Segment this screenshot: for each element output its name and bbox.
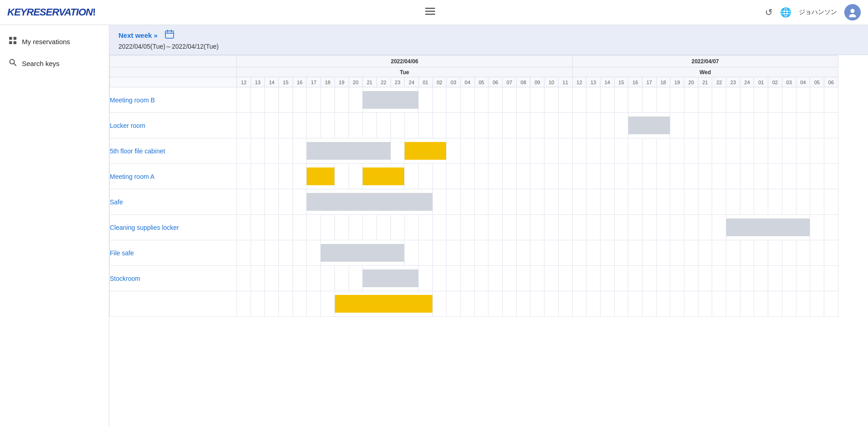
time-cell-5th-floor-file-cabinet-2 [265, 138, 279, 164]
time-cell-stockroom-17 [474, 266, 488, 291]
time-cell-5th-floor-file-cabinet-0 [237, 138, 251, 164]
time-cell-5th-floor-file-cabinet-21 [530, 138, 544, 164]
time-cell-locker-room-16 [461, 113, 475, 138]
time-cell-locker-room-33 [698, 113, 712, 138]
hour-14b: 14 [600, 77, 614, 87]
time-cell-meeting-room-b-24 [572, 87, 586, 113]
table-row: Meeting room A [110, 164, 838, 189]
time-cell-locker-room-39 [782, 113, 796, 138]
time-cell-locker-room-42 [824, 113, 838, 138]
time-cell-file-safe-40 [796, 240, 810, 266]
hour-15a: 15 [279, 77, 293, 87]
time-cell-row9-1 [251, 291, 265, 317]
username-label: ジョハンソン [799, 8, 837, 16]
svg-rect-8 [14, 41, 17, 45]
time-cell-meeting-room-a-19 [503, 164, 517, 189]
hour-03b: 03 [782, 77, 796, 87]
time-cell-stockroom-39 [782, 266, 796, 291]
time-cell-stockroom-22 [544, 266, 559, 291]
time-cell-meeting-room-a-9 [363, 164, 405, 189]
time-cell-file-safe-29 [642, 240, 656, 266]
room-label-cleaning-supplies-locker[interactable]: Cleaning supplies locker [110, 215, 237, 240]
time-cell-meeting-room-b-21 [530, 87, 544, 113]
svg-rect-7 [9, 41, 12, 45]
time-cell-locker-room-27 [614, 113, 628, 138]
room-label-stockroom[interactable]: Stockroom [110, 266, 237, 291]
menu-icon[interactable] [425, 6, 435, 19]
room-label-file-safe[interactable]: File safe [110, 240, 237, 266]
time-cell-meeting-room-b-40 [796, 87, 810, 113]
time-cell-stockroom-2 [265, 266, 279, 291]
time-cell-meeting-room-a-31 [670, 164, 684, 189]
room-label-meeting-room-b[interactable]: Meeting room B [110, 87, 237, 113]
time-cell-5th-floor-file-cabinet-23 [558, 138, 572, 164]
time-cell-5th-floor-file-cabinet-16 [461, 138, 475, 164]
time-cell-file-safe-27 [614, 240, 628, 266]
grid-icon [9, 37, 16, 46]
next-week-button[interactable]: Next week » [118, 31, 158, 39]
calendar-icon-button[interactable] [165, 30, 174, 41]
time-cell-stockroom-0 [237, 266, 251, 291]
time-cell-row9-14 [432, 291, 447, 317]
time-cell-stockroom-5 [307, 266, 321, 291]
time-cell-cleaning-supplies-locker-27 [614, 215, 628, 240]
time-cell-row9-26 [600, 291, 614, 317]
hour-23b: 23 [726, 77, 740, 87]
time-cell-locker-room-23 [558, 113, 572, 138]
time-cell-5th-floor-file-cabinet-42 [824, 138, 838, 164]
table-row: Safe [110, 189, 838, 215]
time-cell-5th-floor-file-cabinet-3 [279, 138, 293, 164]
time-cell-stockroom-7 [334, 266, 349, 291]
time-cell-row9-33 [698, 291, 712, 317]
time-cell-safe-25 [586, 189, 601, 215]
time-cell-safe-17 [474, 189, 488, 215]
hour-05b: 05 [810, 77, 824, 87]
hour-04a: 04 [461, 77, 475, 87]
time-cell-row9-19 [503, 291, 517, 317]
sidebar-item-search-keys[interactable]: Search keys [0, 52, 109, 74]
time-cell-cleaning-supplies-locker-22 [544, 215, 559, 240]
avatar[interactable] [844, 4, 861, 20]
room-label-row9[interactable] [110, 291, 237, 317]
time-cell-meeting-room-a-41 [810, 164, 824, 189]
time-cell-meeting-room-a-35 [726, 164, 740, 189]
hour-09a: 09 [530, 77, 544, 87]
time-cell-row9-36 [740, 291, 754, 317]
hour-19a: 19 [334, 77, 349, 87]
time-cell-row9-22 [544, 291, 559, 317]
time-cell-meeting-room-a-20 [516, 164, 530, 189]
hour-15b: 15 [614, 77, 628, 87]
table-row: Cleaning supplies locker [110, 215, 838, 240]
room-label-safe[interactable]: Safe [110, 189, 237, 215]
room-label-locker-room[interactable]: Locker room [110, 113, 237, 138]
table-row: Locker room [110, 113, 838, 138]
calendar-header-bar: Next week » 2022/04/05(Tue)～2022/04/12(T… [109, 25, 868, 55]
globe-button[interactable]: 🌐 [780, 7, 791, 18]
next-week-arrow: » [154, 31, 157, 39]
time-cell-meeting-room-b-35 [726, 87, 740, 113]
hamburger-icon [425, 6, 435, 16]
calendar-grid-area[interactable]: 2022/04/06 2022/04/07 Tue Wed 12 13 [109, 55, 868, 426]
time-cell-cleaning-supplies-locker-21 [530, 215, 544, 240]
time-cell-file-safe-15 [447, 240, 461, 266]
hour-24b: 24 [740, 77, 754, 87]
time-cell-5th-floor-file-cabinet-39 [782, 138, 796, 164]
day-wed: Wed [572, 67, 838, 77]
time-cell-stockroom-3 [279, 266, 293, 291]
room-label-meeting-room-a[interactable]: Meeting room A [110, 164, 237, 189]
time-cell-meeting-room-a-28 [628, 164, 642, 189]
time-cell-cleaning-supplies-locker-16 [461, 215, 475, 240]
time-cell-safe-39 [782, 189, 796, 215]
time-cell-file-safe-33 [698, 240, 712, 266]
time-cell-safe-1 [251, 189, 265, 215]
time-cell-meeting-room-b-22 [544, 87, 559, 113]
time-cell-cleaning-supplies-locker-28 [628, 215, 642, 240]
time-cell-meeting-room-b-38 [768, 87, 782, 113]
time-cell-5th-floor-file-cabinet-17 [474, 138, 488, 164]
time-cell-meeting-room-a-8 [349, 164, 363, 189]
corner-day [110, 67, 237, 77]
sidebar-item-my-reservations[interactable]: My reservations [0, 30, 109, 52]
room-label-5th-floor-file-cabinet[interactable]: 5th floor file cabinet [110, 138, 237, 164]
time-cell-row9-2 [265, 291, 279, 317]
refresh-button[interactable]: ↺ [765, 7, 773, 18]
